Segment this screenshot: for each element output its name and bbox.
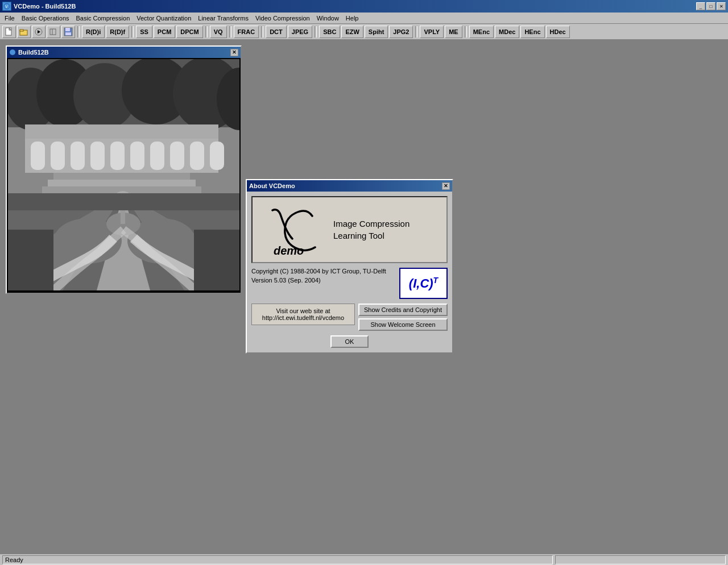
svg-rect-30	[150, 142, 164, 170]
menu-basic-compression[interactable]: Basic Compression	[73, 14, 134, 23]
toolbar-sep8	[465, 26, 467, 38]
toolbar-dpcm-btn[interactable]: DPCM	[176, 26, 202, 38]
svg-rect-8	[50, 29, 56, 35]
status-bar: Ready	[0, 554, 728, 565]
logo-text-area: Image CompressionLearning Tool	[333, 218, 440, 242]
buttons-row: Visit our web site at http://ict.ewi.tud…	[251, 304, 448, 331]
app-icon: V	[2, 2, 11, 11]
svg-rect-36	[48, 180, 196, 186]
toolbar-frac-btn[interactable]: FRAC	[234, 26, 259, 38]
child-close-button[interactable]: ✕	[230, 49, 238, 56]
toolbar-pcm-btn[interactable]: PCM	[154, 26, 175, 38]
ict-badge-formula: (I,C)T	[409, 276, 438, 291]
close-button[interactable]: ✕	[717, 2, 726, 10]
menu-bar: File Basic Operations Basic Compression …	[0, 13, 728, 24]
svg-rect-34	[25, 124, 218, 139]
minimize-button[interactable]: _	[696, 2, 705, 10]
toolbar-rdi-btn[interactable]: R(D)i	[82, 26, 105, 38]
version-text: Version 5.03 (Sep. 2004)	[251, 277, 395, 284]
svg-rect-26	[71, 142, 85, 170]
svg-rect-28	[110, 142, 125, 170]
toolbar-btn3[interactable]	[32, 26, 46, 38]
menu-video-compression[interactable]: Video Compression	[252, 14, 313, 23]
toolbar-sep6	[315, 26, 317, 38]
toolbar-save-btn[interactable]	[61, 26, 75, 38]
about-content: demo Image CompressionLearning Tool Copy…	[247, 192, 452, 352]
ok-row: OK	[251, 334, 448, 348]
toolbar-ss-btn[interactable]: SS	[136, 26, 152, 38]
logo-area: demo Image CompressionLearning Tool	[251, 196, 448, 263]
toolbar-sep3	[205, 26, 208, 38]
toolbar-jpeg-btn[interactable]: JPEG	[288, 26, 312, 38]
svg-rect-5	[20, 30, 23, 31]
title-bar-left: V VCDemo - Build512B	[2, 2, 76, 11]
status-text: Ready	[2, 555, 553, 564]
about-title-text: About VCDemo	[249, 182, 295, 189]
toolbar-jpg2-btn[interactable]: JPG2	[389, 26, 413, 38]
svg-rect-25	[51, 142, 65, 170]
child-image-content	[7, 58, 241, 293]
svg-text:V: V	[5, 5, 8, 9]
web-link-box: Visit our web site at http://ict.ewi.tud…	[251, 304, 355, 325]
building-image	[8, 59, 239, 290]
title-bar-buttons: _ □ ✕	[696, 2, 726, 10]
svg-rect-48	[194, 230, 239, 290]
svg-text:demo: demo	[274, 244, 304, 255]
menu-vector-quantization[interactable]: Vector Quantization	[133, 14, 195, 23]
toolbar-new-btn[interactable]	[2, 26, 16, 38]
toolbar-sbc-btn[interactable]: SBC	[319, 26, 340, 38]
ict-badge: (I,C)T	[399, 268, 448, 299]
menu-window[interactable]: Window	[313, 14, 342, 23]
menu-linear-transforms[interactable]: Linear Transforms	[195, 14, 252, 23]
toolbar-henc-btn[interactable]: HEnc	[520, 26, 544, 38]
svg-rect-32	[190, 142, 204, 170]
about-title-bar: About VCDemo ✕	[247, 180, 452, 192]
copyright-text: Copyright (C) 1988-2004 by ICT Group, TU…	[251, 268, 395, 275]
child-title-text: Build512B	[9, 49, 49, 56]
web-line2: http://ict.ewi.tudelft.nl/vcdemo	[258, 314, 349, 321]
toolbar-open-btn[interactable]	[17, 26, 31, 38]
side-buttons: Show Credits and Copyright Show Welcome …	[358, 304, 448, 331]
toolbar-rdf-btn[interactable]: R(D)f	[106, 26, 129, 38]
toolbar-menc-btn[interactable]: MEnc	[469, 26, 494, 38]
menu-file[interactable]: File	[1, 14, 18, 23]
logo-svg-container: demo	[259, 204, 328, 255]
toolbar-sep1	[77, 26, 80, 38]
svg-rect-27	[90, 142, 105, 170]
svg-rect-29	[130, 142, 144, 170]
menu-basic-operations[interactable]: Basic Operations	[18, 14, 73, 23]
menu-help[interactable]: Help	[342, 14, 362, 23]
svg-rect-12	[65, 32, 71, 35]
svg-rect-47	[8, 230, 53, 290]
web-line1: Visit our web site at	[258, 308, 349, 314]
toolbar-spiht-btn[interactable]: Spiht	[365, 26, 388, 38]
toolbar-sep2	[131, 26, 134, 38]
about-dialog: About VCDemo ✕ demo Imag	[246, 179, 453, 354]
logo-main-text: Image CompressionLearning Tool	[333, 218, 440, 242]
show-welcome-button[interactable]: Show Welcome Screen	[358, 318, 448, 331]
child-window-build512b: Build512B ✕	[6, 45, 242, 294]
maximize-button[interactable]: □	[706, 2, 715, 10]
toolbar-btn4[interactable]	[47, 26, 60, 38]
svg-rect-33	[210, 142, 224, 170]
toolbar-sep4	[229, 26, 231, 38]
svg-rect-24	[31, 142, 45, 170]
toolbar-ezw-btn[interactable]: EZW	[341, 26, 363, 38]
toolbar-me-btn[interactable]: ME	[445, 26, 462, 38]
main-area: Build512B ✕	[0, 40, 728, 554]
toolbar: R(D)i R(D)f SS PCM DPCM VQ FRAC DCT JPEG…	[0, 24, 728, 40]
info-section: Copyright (C) 1988-2004 by ICT Group, TU…	[251, 268, 448, 299]
info-text-block: Copyright (C) 1988-2004 by ICT Group, TU…	[251, 268, 395, 284]
toolbar-vply-btn[interactable]: VPLY	[420, 26, 444, 38]
about-close-button[interactable]: ✕	[442, 182, 450, 190]
vcdemo-logo-svg: demo	[261, 205, 326, 255]
app-title: VCDemo - Build512B	[14, 3, 76, 10]
toolbar-vq-btn[interactable]: VQ	[210, 26, 227, 38]
toolbar-hdec-btn[interactable]: HDec	[546, 26, 570, 38]
svg-rect-31	[170, 142, 184, 170]
toolbar-mdec-btn[interactable]: MDec	[495, 26, 519, 38]
show-credits-button[interactable]: Show Credits and Copyright	[358, 304, 448, 316]
svg-rect-11	[65, 28, 70, 31]
toolbar-dct-btn[interactable]: DCT	[266, 26, 287, 38]
ok-button[interactable]: OK	[330, 335, 369, 348]
